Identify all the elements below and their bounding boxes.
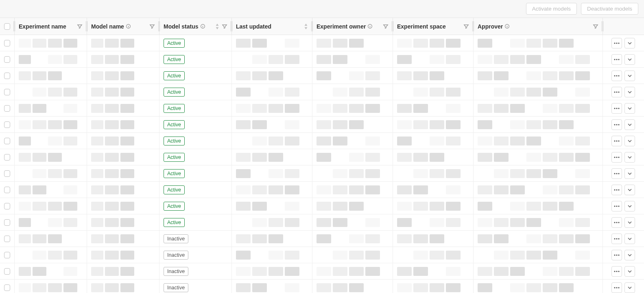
row-checkbox[interactable] bbox=[4, 252, 10, 258]
redacted-cell bbox=[393, 263, 474, 279]
more-actions-button[interactable] bbox=[611, 217, 622, 228]
status-badge: Active bbox=[164, 185, 185, 194]
row-checkbox[interactable] bbox=[4, 236, 10, 242]
redacted-cell bbox=[393, 133, 474, 149]
row-checkbox[interactable] bbox=[4, 105, 10, 112]
svg-point-41 bbox=[618, 189, 619, 190]
expand-row-button[interactable] bbox=[624, 201, 635, 211]
expand-row-button[interactable] bbox=[624, 250, 635, 260]
more-actions-button[interactable] bbox=[611, 70, 622, 81]
redacted-cell bbox=[15, 214, 87, 230]
header-experiment-space[interactable]: Experiment space bbox=[393, 18, 474, 35]
info-icon[interactable] bbox=[504, 24, 510, 29]
expand-row-button[interactable] bbox=[624, 70, 635, 81]
more-actions-button[interactable] bbox=[611, 103, 622, 114]
more-actions-button[interactable] bbox=[611, 250, 622, 260]
more-actions-button[interactable] bbox=[611, 168, 622, 179]
more-actions-button[interactable] bbox=[611, 119, 622, 130]
sort-icon[interactable] bbox=[304, 24, 308, 29]
redacted-cell bbox=[15, 165, 87, 181]
more-actions-button[interactable] bbox=[611, 201, 622, 211]
row-checkbox[interactable] bbox=[4, 219, 10, 226]
expand-row-button[interactable] bbox=[624, 87, 635, 97]
row-checkbox[interactable] bbox=[4, 187, 10, 193]
more-actions-button[interactable] bbox=[611, 282, 622, 293]
info-icon[interactable] bbox=[126, 24, 131, 29]
filter-icon[interactable] bbox=[593, 24, 598, 29]
row-checkbox[interactable] bbox=[4, 40, 10, 46]
expand-row-button[interactable] bbox=[624, 38, 635, 48]
expand-row-button[interactable] bbox=[624, 282, 635, 293]
row-checkbox[interactable] bbox=[4, 121, 10, 128]
header-experiment-name[interactable]: Experiment name bbox=[15, 18, 87, 35]
more-actions-button[interactable] bbox=[611, 234, 622, 244]
more-actions-button[interactable] bbox=[611, 266, 622, 277]
row-checkbox[interactable] bbox=[4, 138, 10, 144]
select-all-checkbox[interactable] bbox=[4, 23, 10, 30]
row-checkbox[interactable] bbox=[4, 284, 10, 291]
filter-icon[interactable] bbox=[383, 24, 389, 29]
redacted-cell bbox=[312, 231, 393, 247]
expand-row-button[interactable] bbox=[624, 266, 635, 277]
expand-row-button[interactable] bbox=[624, 119, 635, 130]
redacted-cell bbox=[393, 51, 474, 67]
table-row: Active bbox=[0, 133, 644, 149]
redacted-cell bbox=[232, 165, 312, 181]
expand-row-button[interactable] bbox=[624, 234, 635, 244]
table-row: Inactive bbox=[0, 263, 644, 280]
svg-point-13 bbox=[616, 42, 617, 44]
redacted-cell bbox=[312, 182, 393, 198]
status-badge: Inactive bbox=[164, 234, 188, 243]
redacted-cell bbox=[312, 149, 393, 165]
header-experiment-owner[interactable]: Experiment owner bbox=[312, 18, 393, 35]
redacted-cell bbox=[232, 51, 312, 67]
row-checkbox[interactable] bbox=[4, 170, 10, 177]
redacted-cell bbox=[393, 182, 474, 198]
status-badge: Active bbox=[164, 104, 185, 113]
header-model-name[interactable]: Model name bbox=[87, 18, 159, 35]
status-badge: Active bbox=[164, 71, 185, 80]
sort-icon[interactable] bbox=[215, 24, 219, 29]
row-checkbox[interactable] bbox=[4, 268, 10, 275]
redacted-cell bbox=[393, 231, 474, 247]
row-checkbox[interactable] bbox=[4, 203, 10, 209]
more-actions-button[interactable] bbox=[611, 185, 622, 195]
more-actions-button[interactable] bbox=[611, 38, 622, 48]
row-checkbox[interactable] bbox=[4, 56, 10, 63]
expand-row-button[interactable] bbox=[624, 136, 635, 146]
header-model-status[interactable]: Model status bbox=[159, 18, 232, 35]
model-status-cell: Inactive bbox=[159, 263, 232, 279]
table-row: Active bbox=[0, 51, 644, 68]
more-actions-button[interactable] bbox=[611, 87, 622, 97]
redacted-cell bbox=[393, 84, 474, 100]
activate-models-button[interactable]: Activate models bbox=[526, 3, 577, 15]
info-icon[interactable] bbox=[367, 24, 373, 29]
expand-row-button[interactable] bbox=[624, 217, 635, 228]
filter-icon[interactable] bbox=[77, 24, 83, 29]
status-badge: Active bbox=[164, 88, 185, 97]
more-actions-button[interactable] bbox=[611, 54, 622, 65]
filter-icon[interactable] bbox=[463, 24, 469, 29]
expand-row-button[interactable] bbox=[624, 54, 635, 65]
row-checkbox[interactable] bbox=[4, 89, 10, 95]
deactivate-models-button[interactable]: Deactivate models bbox=[581, 3, 638, 15]
svg-point-15 bbox=[614, 59, 615, 60]
header-last-updated[interactable]: Last updated bbox=[232, 18, 312, 35]
expand-row-button[interactable] bbox=[624, 152, 635, 163]
filter-icon[interactable] bbox=[222, 24, 227, 29]
row-checkbox-cell bbox=[0, 35, 15, 51]
info-icon[interactable] bbox=[200, 24, 205, 29]
redacted-cell bbox=[87, 133, 159, 149]
expand-row-button[interactable] bbox=[624, 103, 635, 114]
redacted-cell bbox=[393, 247, 474, 263]
expand-row-button[interactable] bbox=[624, 168, 635, 179]
row-checkbox[interactable] bbox=[4, 154, 10, 161]
more-actions-button[interactable] bbox=[611, 136, 622, 146]
row-checkbox-cell bbox=[0, 117, 15, 132]
header-approver[interactable]: Approver bbox=[474, 18, 603, 35]
expand-row-button[interactable] bbox=[624, 185, 635, 195]
filter-icon[interactable] bbox=[149, 24, 155, 29]
row-checkbox[interactable] bbox=[4, 73, 10, 79]
table-row: Active bbox=[0, 182, 644, 198]
more-actions-button[interactable] bbox=[611, 152, 622, 163]
